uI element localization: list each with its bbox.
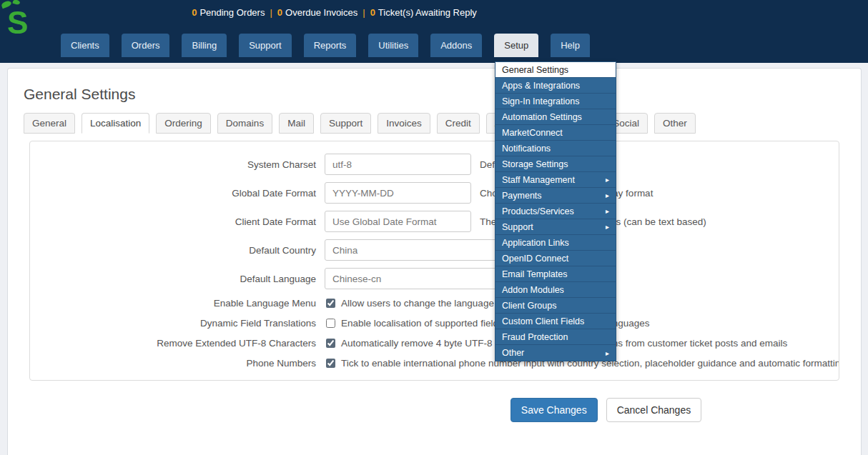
dynamic-field-translations-checkbox[interactable] xyxy=(326,319,335,328)
settings-tab-ordering[interactable]: Ordering xyxy=(156,113,211,134)
setup-menu-item-other[interactable]: Other▸ xyxy=(495,345,616,361)
menu-item-label: Custom Client Fields xyxy=(502,316,584,326)
settings-tab-mail[interactable]: Mail xyxy=(279,113,314,134)
nav-tab-addons[interactable]: Addons xyxy=(430,34,482,57)
field-label: Global Date Format xyxy=(30,188,325,199)
field-label: System Charset xyxy=(30,159,325,170)
menu-item-label: Storage Settings xyxy=(502,159,568,169)
setup-menu-item-apps-integrations[interactable]: Apps & Integrations xyxy=(495,78,616,94)
settings-tab-support[interactable]: Support xyxy=(320,113,371,134)
status-count: 0 xyxy=(370,7,375,18)
page-title: General Settings xyxy=(24,86,861,103)
menu-item-label: Automation Settings xyxy=(502,112,582,122)
status-separator: | xyxy=(270,7,272,18)
setup-menu-item-fraud-protection[interactable]: Fraud Protection xyxy=(495,329,616,345)
setup-menu-item-openid-connect[interactable]: OpenID Connect xyxy=(495,251,616,266)
submenu-arrow-icon: ▸ xyxy=(606,191,609,199)
form-actions: Save Changes Cancel Changes xyxy=(179,398,868,422)
menu-item-label: Sign-In Integrations xyxy=(502,96,579,106)
field-label: Dynamic Field Translations xyxy=(30,318,325,329)
default-language-select[interactable]: Chinese-cn▾ xyxy=(325,268,511,289)
nav-tab-support[interactable]: Support xyxy=(239,34,292,57)
submenu-arrow-icon: ▸ xyxy=(606,176,609,184)
main-nav: ClientsOrdersBillingSupportReportsUtilit… xyxy=(61,34,590,57)
global-date-format-input[interactable] xyxy=(325,182,471,204)
nav-tab-utilities[interactable]: Utilities xyxy=(368,34,418,57)
menu-item-label: Products/Services xyxy=(502,206,574,216)
form-row-phone-numbers: Phone NumbersTick to enable internationa… xyxy=(30,353,839,373)
status-count: 0 xyxy=(277,7,282,18)
status-item-ticket-s-awaiting-reply[interactable]: 0Ticket(s) Awaiting Reply xyxy=(370,7,477,18)
setup-menu-item-payments[interactable]: Payments▸ xyxy=(495,188,616,204)
system-charset-input[interactable] xyxy=(325,154,471,175)
setup-menu-item-support[interactable]: Support▸ xyxy=(495,219,616,235)
nav-tab-billing[interactable]: Billing xyxy=(182,34,227,57)
menu-item-label: Staff Management xyxy=(502,175,575,185)
status-label: Overdue Invoices xyxy=(285,7,357,18)
form-row-default-country: Default CountryChina▾ xyxy=(30,236,839,264)
setup-menu-item-custom-client-fields[interactable]: Custom Client Fields xyxy=(495,314,616,329)
settings-tab-invoices[interactable]: Invoices xyxy=(378,113,430,134)
field-label: Enable Language Menu xyxy=(30,298,325,309)
nav-tab-help[interactable]: Help xyxy=(551,34,590,57)
nav-tab-reports[interactable]: Reports xyxy=(304,34,357,57)
nav-tab-setup[interactable]: Setup xyxy=(494,34,538,57)
field-label: Phone Numbers xyxy=(30,358,325,369)
nav-tab-clients[interactable]: Clients xyxy=(61,34,109,57)
form-row-client-date-format: Client Date FormatThe date format to use… xyxy=(30,207,839,236)
field-label: Default Language xyxy=(30,274,325,284)
settings-tab-other[interactable]: Other xyxy=(654,113,696,134)
enable-language-menu-checkbox[interactable] xyxy=(326,299,335,308)
status-count: 0 xyxy=(192,7,197,18)
settings-form: System CharsetDefault: utf-8Global Date … xyxy=(29,141,839,381)
form-row-dynamic-field-translations: Dynamic Field TranslationsEnable localis… xyxy=(30,313,839,333)
setup-menu-item-sign-in-integrations[interactable]: Sign-In Integrations xyxy=(495,94,616,109)
form-row-system-charset: System CharsetDefault: utf-8 xyxy=(30,150,839,179)
settings-tab-general[interactable]: General xyxy=(24,113,75,134)
cancel-changes-button[interactable]: Cancel Changes xyxy=(606,398,702,422)
save-changes-button[interactable]: Save Changes xyxy=(511,398,598,422)
setup-menu-item-application-links[interactable]: Application Links xyxy=(495,235,616,251)
setup-menu-item-staff-management[interactable]: Staff Management▸ xyxy=(495,172,616,188)
setup-menu-item-addon-modules[interactable]: Addon Modules xyxy=(495,282,616,298)
status-label: Pending Orders xyxy=(199,7,265,18)
submenu-arrow-icon: ▸ xyxy=(606,349,609,357)
setup-menu-item-email-templates[interactable]: Email Templates xyxy=(495,266,616,282)
menu-item-label: General Settings xyxy=(502,65,568,75)
menu-item-label: Notifications xyxy=(502,144,551,154)
menu-item-label: OpenID Connect xyxy=(502,254,568,264)
form-row-remove-extended-utf-8-characters: Remove Extended UTF-8 CharactersAutomati… xyxy=(30,333,839,353)
settings-tab-credit[interactable]: Credit xyxy=(437,113,480,134)
setup-menu-item-marketconnect[interactable]: MarketConnect xyxy=(495,125,616,141)
select-value: China xyxy=(332,245,357,256)
setup-menu-item-automation-settings[interactable]: Automation Settings xyxy=(495,109,616,125)
settings-tab-domains[interactable]: Domains xyxy=(217,113,272,134)
settings-tab-localisation[interactable]: Localisation xyxy=(82,113,149,134)
phone-numbers-checkbox[interactable] xyxy=(326,359,335,368)
field-label: Remove Extended UTF-8 Characters xyxy=(30,338,325,349)
submenu-arrow-icon: ▸ xyxy=(606,207,609,215)
status-item-pending-orders[interactable]: 0Pending Orders xyxy=(192,7,265,18)
nav-tab-orders[interactable]: Orders xyxy=(122,34,170,57)
settings-tabs: GeneralLocalisationOrderingDomainsMailSu… xyxy=(24,113,861,134)
setup-menu-item-storage-settings[interactable]: Storage Settings xyxy=(495,156,616,172)
setup-menu-item-products-services[interactable]: Products/Services▸ xyxy=(495,204,616,219)
menu-item-label: Application Links xyxy=(502,238,569,248)
setup-menu-item-general-settings[interactable]: General Settings xyxy=(495,62,616,78)
status-label: Ticket(s) Awaiting Reply xyxy=(378,7,477,18)
status-item-overdue-invoices[interactable]: 0Overdue Invoices xyxy=(277,7,357,18)
client-date-format-input[interactable] xyxy=(325,211,471,232)
status-separator: | xyxy=(363,7,365,18)
field-label: Default Country xyxy=(30,245,325,256)
menu-item-label: Apps & Integrations xyxy=(502,81,580,91)
status-bar: 0Pending Orders|0Overdue Invoices|0Ticke… xyxy=(0,7,669,18)
default-country-select[interactable]: China▾ xyxy=(325,239,511,261)
setup-menu-item-notifications[interactable]: Notifications xyxy=(495,141,616,156)
header: S 0Pending Orders|0Overdue Invoices|0Tic… xyxy=(0,0,868,63)
menu-item-label: Payments xyxy=(502,191,542,201)
setup-menu-item-client-groups[interactable]: Client Groups xyxy=(495,298,616,314)
form-row-enable-language-menu: Enable Language MenuAllow users to chang… xyxy=(30,293,839,313)
menu-item-label: Email Templates xyxy=(502,269,567,279)
remove-extended-utf-8-characters-checkbox[interactable] xyxy=(326,339,335,348)
select-value: Chinese-cn xyxy=(332,274,381,284)
